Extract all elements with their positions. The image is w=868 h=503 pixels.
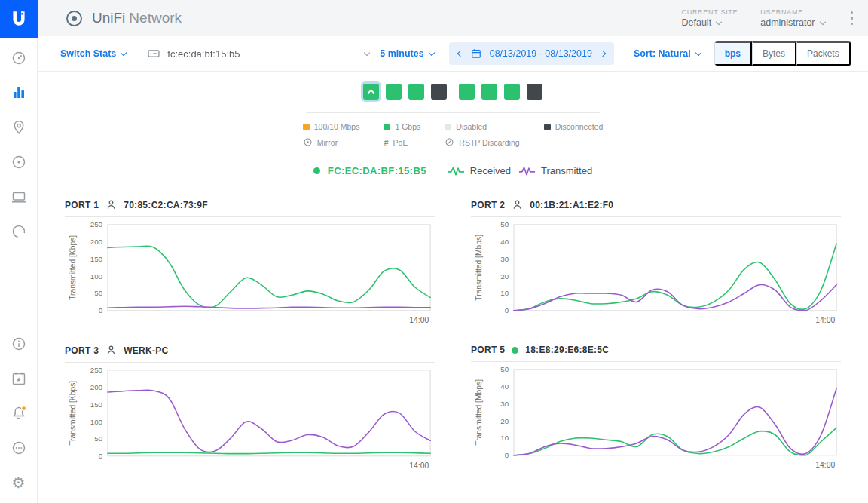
port-square-3[interactable] xyxy=(408,84,424,100)
legend-item: Disconnected xyxy=(544,122,604,131)
alerts-icon xyxy=(11,405,27,422)
interval-selector[interactable]: 5 minutes xyxy=(380,48,433,59)
svg-text:40: 40 xyxy=(500,238,509,246)
switch-device-icon xyxy=(147,47,160,60)
sort-selector[interactable]: Sort: Natural xyxy=(634,48,701,59)
received-legend-toggle[interactable]: Received xyxy=(448,165,511,176)
port-chart: Transmitted [Mbps]0102030405014:00 xyxy=(471,220,841,331)
selected-device-mac[interactable]: FC:EC:DA:BF:15:B5 xyxy=(328,165,426,176)
svg-text:0: 0 xyxy=(99,452,103,461)
sidebar-item-map[interactable] xyxy=(0,110,38,145)
port-square-7[interactable] xyxy=(504,84,520,100)
port-label: PORT 1 xyxy=(65,200,99,210)
legend-item: Disabled xyxy=(445,122,519,131)
port-panel-header: PORT 3 WERK-PC xyxy=(65,345,435,363)
username-selector[interactable]: USERNAME administrator xyxy=(760,8,824,28)
sidebar-item-alerts[interactable] xyxy=(0,396,38,431)
svg-text:30: 30 xyxy=(500,400,509,408)
prev-range-button[interactable] xyxy=(457,51,463,57)
unit-toggle-bytes[interactable]: Bytes xyxy=(752,41,796,66)
map-icon xyxy=(11,119,27,136)
svg-text:Transmitted [Kbps]: Transmitted [Kbps] xyxy=(69,235,77,300)
legend-item: RSTP Discarding xyxy=(445,137,519,147)
sidebar-item-dashboard[interactable] xyxy=(0,41,38,75)
svg-text:14:00: 14:00 xyxy=(815,462,835,470)
interval-selector-label: 5 minutes xyxy=(380,48,423,59)
info-icon xyxy=(11,336,27,352)
chat-icon xyxy=(11,440,27,456)
port-square-4[interactable] xyxy=(431,84,447,100)
app-title-secondary: Network xyxy=(129,10,182,26)
legend-swatch xyxy=(384,124,390,130)
sort-selector-label: Sort: Natural xyxy=(634,48,691,59)
svg-text:150: 150 xyxy=(90,400,103,409)
svg-text:14:00: 14:00 xyxy=(409,316,429,324)
svg-text:100: 100 xyxy=(90,272,103,281)
port-square-5[interactable] xyxy=(459,84,475,100)
port-label: PORT 2 xyxy=(471,200,505,210)
port-square-8[interactable] xyxy=(527,84,542,100)
poe-icon: # xyxy=(384,138,388,147)
unit-toggle-bps[interactable]: bps xyxy=(715,41,752,66)
legend-item: #PoE xyxy=(384,137,420,147)
port-panel-header: PORT 1 70:85:C2:CA:73:9F xyxy=(65,199,435,217)
unit-toggle-packets[interactable]: Packets xyxy=(796,41,851,66)
sidebar-item-info[interactable] xyxy=(0,327,38,361)
port-chart: Transmitted [Mbps]0102030405014:00 xyxy=(471,365,841,476)
sidebar-item-chat[interactable] xyxy=(0,431,38,465)
legend-label: Disconnected xyxy=(555,122,604,131)
port-chart-panel-5: PORT 5 18:E8:29:E6:8E:5C Transmitted [Mb… xyxy=(471,345,841,477)
port-chart: Transmitted [Kbps]05010015020025014:00 xyxy=(65,366,435,477)
port-square-1[interactable] xyxy=(363,84,379,100)
charts-grid: PORT 1 70:85:C2:CA:73:9F Transmitted [Kb… xyxy=(38,176,868,477)
device-online-dot xyxy=(313,167,320,174)
clients-icon xyxy=(11,189,27,205)
svg-text:0: 0 xyxy=(505,306,509,314)
sidebar-item-settings[interactable]: ⚙ xyxy=(0,465,38,500)
svg-text:150: 150 xyxy=(90,255,103,263)
selected-device-line: FC:EC:DA:BF:15:B5 Received Transmitted xyxy=(38,165,868,176)
calendar-icon xyxy=(471,48,481,59)
mirror-icon xyxy=(303,137,313,147)
next-range-button[interactable] xyxy=(600,51,606,57)
sidebar-item-events[interactable] xyxy=(0,361,38,396)
current-site-selector[interactable]: CURRENT SITE Default xyxy=(682,8,738,28)
port-chart-panel-1: PORT 1 70:85:C2:CA:73:9F Transmitted [Kb… xyxy=(65,199,435,331)
view-selector[interactable]: Switch Stats xyxy=(60,48,126,59)
port-square-6[interactable] xyxy=(481,84,497,100)
svg-text:10: 10 xyxy=(500,289,509,297)
top-header: UniFiNetwork CURRENT SITE Default USERNA… xyxy=(38,0,868,36)
device-selector[interactable]: fc:ec:da:bf:15:b5 xyxy=(147,47,369,60)
chevron-down-icon xyxy=(121,49,127,55)
chevron-down-icon xyxy=(364,49,370,55)
transmitted-legend-toggle[interactable]: Transmitted xyxy=(518,165,592,176)
svg-text:20: 20 xyxy=(500,272,509,281)
chart-svg: Transmitted [Kbps]05010015020025014:00 xyxy=(65,366,435,477)
client-name: 70:85:C2:CA:73:9F xyxy=(124,200,208,210)
port-strip xyxy=(38,84,868,100)
client-name: WERK-PC xyxy=(124,345,168,356)
svg-text:20: 20 xyxy=(500,417,509,425)
username-value: administrator xyxy=(760,17,815,28)
sidebar-item-clients[interactable] xyxy=(0,179,38,214)
svg-text:40: 40 xyxy=(500,382,509,391)
transmitted-legend-label: Transmitted xyxy=(541,165,592,176)
unit-toggle-group: bpsBytesPackets xyxy=(714,41,851,66)
more-menu-button[interactable] xyxy=(848,7,857,30)
port-square-2[interactable] xyxy=(386,84,402,100)
transmitted-wave-icon xyxy=(518,166,536,176)
chart-svg: Transmitted [Mbps]0102030405014:00 xyxy=(471,220,841,331)
ubiquiti-logo[interactable] xyxy=(0,0,38,38)
legend-label: RSTP Discarding xyxy=(459,138,519,147)
date-range-picker[interactable]: 08/13/2019 - 08/13/2019 xyxy=(449,42,614,65)
sidebar-item-statistics[interactable] xyxy=(0,75,38,110)
svg-text:Transmitted [Mbps]: Transmitted [Mbps] xyxy=(475,235,483,301)
port-chart-panel-2: PORT 2 00:1B:21:A1:E2:F0 Transmitted [Mb… xyxy=(471,199,841,331)
wired-client-icon xyxy=(105,199,117,210)
sidebar-item-devices[interactable] xyxy=(0,145,38,179)
svg-text:200: 200 xyxy=(90,238,103,246)
legend-item: 100/10 Mbps xyxy=(303,122,360,131)
svg-text:250: 250 xyxy=(90,367,103,375)
sidebar-nav-top xyxy=(0,41,37,249)
sidebar-item-insights[interactable] xyxy=(0,214,38,249)
